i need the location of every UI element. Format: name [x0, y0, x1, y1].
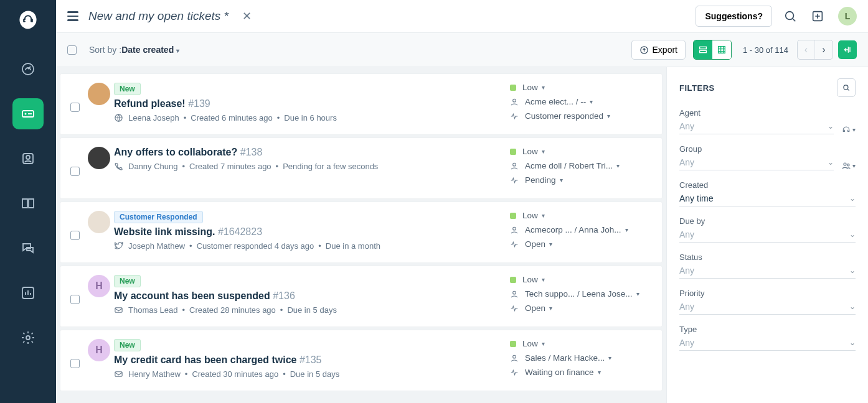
status-dropdown[interactable]: Open▾: [510, 239, 653, 249]
table-view-button[interactable]: [712, 40, 731, 59]
search-icon[interactable]: [783, 9, 797, 23]
export-button[interactable]: Export: [631, 40, 686, 60]
assignee-dropdown[interactable]: Acmecorp ... / Anna Joh...▾: [510, 225, 653, 234]
ticket-subject[interactable]: Website link missing.: [114, 226, 215, 237]
assignee-dropdown[interactable]: Sales / Mark Hacke...▾: [510, 353, 653, 363]
side-nav: [0, 0, 56, 403]
nav-tickets[interactable]: [12, 98, 44, 129]
ticket-number: #1642823: [218, 226, 262, 237]
ticket-list: New Refund please! #139 Leena Joseph • C…: [56, 67, 666, 403]
pager: ‹ ›: [797, 40, 833, 60]
svg-point-14: [513, 163, 516, 166]
status-dropdown[interactable]: Waiting on finance▾: [510, 368, 653, 377]
ticket-card[interactable]: H New My account has been suspended #136…: [60, 266, 663, 327]
assignee-dropdown[interactable]: Tech suppo... / Leena Jose...▾: [510, 289, 653, 299]
filter-dropdown[interactable]: Any⌄: [679, 299, 856, 315]
sort-dropdown[interactable]: Date created▾: [121, 45, 179, 55]
ticket-checkbox[interactable]: [70, 295, 80, 304]
svg-point-22: [847, 164, 849, 166]
due-text: Due in a month: [326, 241, 380, 251]
ticket-subject[interactable]: Any offers to collaborate?: [114, 147, 237, 157]
requester-name[interactable]: Thomas Lead: [128, 305, 178, 315]
filter-dropdown[interactable]: Any⌄: [679, 263, 856, 279]
priority-dropdown[interactable]: Low▾: [510, 147, 653, 156]
filter-label: Type: [679, 325, 856, 334]
ticket-checkbox[interactable]: [70, 359, 80, 368]
prev-page-button[interactable]: ‹: [798, 40, 815, 59]
close-view-icon[interactable]: ✕: [242, 9, 252, 23]
nav-contacts[interactable]: [12, 143, 44, 174]
ticket-number: #135: [300, 354, 322, 365]
ticket-number: #136: [273, 290, 295, 301]
nav-chat[interactable]: [12, 233, 44, 264]
requester-name[interactable]: Joseph Mathew: [128, 241, 185, 251]
svg-point-15: [513, 227, 516, 230]
ticket-subject[interactable]: Refund please!: [114, 98, 186, 109]
requester-name[interactable]: Leena Joseph: [128, 113, 179, 123]
status-dropdown[interactable]: Pending▾: [510, 175, 653, 185]
svg-point-21: [844, 163, 846, 165]
filters-title: FILTERS: [679, 83, 715, 93]
priority-dropdown[interactable]: Low▾: [510, 83, 653, 92]
ticket-meta: Thomas Lead • Created 28 minutes ago • D…: [114, 305, 510, 315]
priority-dropdown[interactable]: Low▾: [510, 339, 653, 348]
filter-scope-icon[interactable]: ▾: [841, 160, 856, 170]
nav-reports[interactable]: [12, 277, 44, 308]
assignee-dropdown[interactable]: Acme elect... / --▾: [510, 97, 653, 106]
filter-dropdown[interactable]: Any⌄: [679, 335, 856, 351]
priority-dropdown[interactable]: Low▾: [510, 275, 653, 284]
ticket-checkbox[interactable]: [70, 167, 80, 176]
filter-dropdown[interactable]: Any⌄: [679, 155, 834, 170]
priority-color-icon: [510, 341, 516, 347]
view-title[interactable]: New and my open tickets *: [88, 9, 229, 23]
card-view-button[interactable]: [694, 40, 712, 59]
ticket-checkbox[interactable]: [70, 231, 80, 240]
assignee-dropdown[interactable]: Acme doll / Robert Tri...▾: [510, 161, 653, 170]
menu-toggle-icon[interactable]: [67, 9, 78, 24]
priority-dropdown[interactable]: Low▾: [510, 211, 653, 220]
filter-label: Agent: [679, 108, 834, 118]
requester-avatar: [88, 147, 110, 169]
ticket-meta: Danny Chung • Created 7 minutes ago • Pe…: [114, 162, 510, 171]
select-all-checkbox[interactable]: [67, 45, 77, 55]
created-text: Created 30 minutes ago: [192, 369, 278, 379]
status-dropdown[interactable]: Open▾: [510, 303, 653, 313]
filter-dropdown[interactable]: Any⌄: [679, 227, 856, 243]
nav-dashboard[interactable]: [12, 53, 44, 85]
ticket-checkbox[interactable]: [70, 103, 80, 112]
filter-type: Type Any⌄: [679, 325, 856, 351]
filter-agent: Agent Any⌄ ▾: [679, 108, 856, 134]
priority-color-icon: [510, 85, 516, 91]
svg-point-17: [513, 291, 516, 294]
status-dropdown[interactable]: Customer responded▾: [510, 111, 653, 121]
filter-label: Created: [679, 180, 856, 190]
requester-avatar: [88, 211, 110, 233]
filter-dueby: Due by Any⌄: [679, 216, 856, 243]
user-avatar[interactable]: L: [838, 7, 857, 25]
app-logo: [17, 9, 39, 31]
filter-dropdown[interactable]: Any time⌄: [679, 191, 856, 206]
ticket-card[interactable]: H New My credit card has been charged tw…: [60, 330, 663, 391]
filter-search-button[interactable]: [837, 78, 856, 97]
ticket-subject[interactable]: My credit card has been charged twice: [114, 354, 296, 365]
view-toggle: [693, 40, 732, 60]
requester-name[interactable]: Danny Chung: [128, 162, 178, 171]
toggle-filters-button[interactable]: [838, 40, 857, 59]
suggestions-button[interactable]: Suggestions?: [696, 6, 772, 27]
ticket-subject[interactable]: My account has been suspended: [114, 290, 270, 301]
new-ticket-icon[interactable]: [811, 9, 824, 23]
next-page-button[interactable]: ›: [815, 40, 833, 59]
nav-settings[interactable]: [12, 322, 44, 353]
ticket-card[interactable]: Any offers to collaborate? #138 Danny Ch…: [60, 137, 663, 199]
filter-dropdown[interactable]: Any⌄: [679, 119, 834, 134]
filter-priority: Priority Any⌄: [679, 289, 856, 315]
requester-name[interactable]: Henry Mathew: [128, 369, 181, 379]
nav-solutions[interactable]: [12, 188, 44, 219]
filter-scope-icon[interactable]: ▾: [841, 124, 856, 134]
priority-color-icon: [510, 277, 516, 283]
svg-rect-10: [700, 50, 707, 52]
page-range: 1 - 30 of 114: [743, 45, 788, 55]
ticket-meta: Joseph Mathew • Customer responded 4 day…: [114, 241, 510, 251]
ticket-card[interactable]: New Refund please! #139 Leena Joseph • C…: [60, 73, 663, 135]
ticket-card[interactable]: Customer Responded Website link missing.…: [60, 202, 663, 263]
